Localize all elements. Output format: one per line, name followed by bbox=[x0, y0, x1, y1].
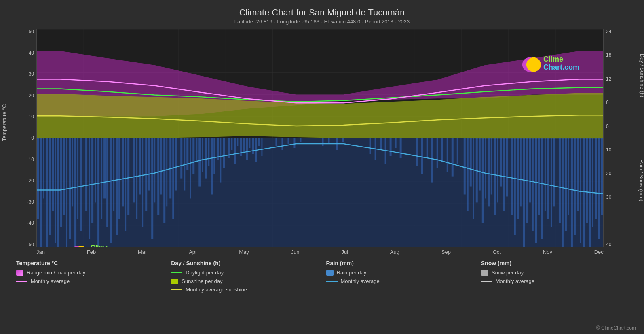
x-axis: Jan Feb Mar Apr May Jun Jul Aug Sep Oct … bbox=[36, 247, 604, 255]
x-label-jul: Jul bbox=[341, 249, 348, 255]
svg-rect-84 bbox=[223, 138, 225, 168]
svg-rect-97 bbox=[275, 138, 277, 146]
svg-rect-120 bbox=[452, 138, 454, 177]
svg-rect-152 bbox=[559, 138, 561, 223]
svg-rect-83 bbox=[220, 138, 221, 183]
svg-rect-114 bbox=[421, 138, 423, 174]
svg-rect-140 bbox=[520, 138, 522, 206]
temp-range-swatch bbox=[16, 270, 23, 276]
svg-rect-78 bbox=[205, 138, 207, 179]
svg-rect-47 bbox=[106, 138, 108, 227]
svg-rect-127 bbox=[479, 138, 481, 191]
y-axis-right: Day / Sunshine (h) Rain / Snow (mm) 24 1… bbox=[604, 29, 636, 247]
legend-item-temp-range: Range min / max per day bbox=[16, 270, 171, 276]
legend-label-rain-avg: Monthly average bbox=[341, 278, 380, 284]
svg-rect-31 bbox=[57, 138, 59, 247]
svg-rect-33 bbox=[63, 138, 65, 215]
svg-rect-37 bbox=[74, 138, 76, 247]
chart-area: Temperature °C 50 40 30 20 10 0 -10 -20 … bbox=[8, 29, 636, 247]
svg-rect-111 bbox=[395, 138, 397, 148]
svg-rect-146 bbox=[538, 138, 540, 215]
legend-label-temp-range: Range min / max per day bbox=[27, 270, 85, 276]
svg-rect-58 bbox=[142, 138, 143, 227]
legend-label-rain-per-day: Rain per day bbox=[337, 270, 367, 276]
svg-rect-99 bbox=[287, 138, 289, 144]
svg-rect-29 bbox=[52, 138, 54, 211]
svg-rect-52 bbox=[122, 138, 124, 206]
svg-rect-161 bbox=[586, 138, 588, 223]
svg-rect-129 bbox=[485, 138, 486, 198]
svg-rect-68 bbox=[172, 138, 174, 219]
legend-label-snow-per-day: Snow per day bbox=[492, 270, 524, 276]
svg-rect-130 bbox=[488, 138, 490, 206]
x-label-mar: Mar bbox=[138, 249, 147, 255]
svg-rect-91 bbox=[246, 138, 248, 160]
legend-header-rain: Rain (mm) bbox=[326, 260, 481, 266]
rain-avg-swatch bbox=[326, 281, 338, 282]
legend-col-temperature: Temperature °C Range min / max per day M… bbox=[16, 260, 171, 295]
legend-col-rain: Rain (mm) Rain per day Monthly average bbox=[326, 260, 481, 295]
legend-item-daylight: Daylight per day bbox=[171, 270, 326, 276]
svg-rect-116 bbox=[431, 138, 433, 183]
legend-item-snow-per-day: Snow per day bbox=[481, 270, 636, 276]
chart-svg: Clime Chart.com Clime Chart.com bbox=[37, 29, 603, 247]
svg-rect-138 bbox=[514, 138, 516, 235]
svg-rect-65 bbox=[163, 138, 165, 223]
x-label-jan: Jan bbox=[36, 249, 45, 255]
svg-rect-39 bbox=[80, 138, 82, 231]
svg-rect-144 bbox=[532, 138, 534, 231]
svg-rect-118 bbox=[441, 138, 443, 162]
right-axis-label-rain: Rain / Snow (mm) bbox=[638, 160, 644, 202]
svg-rect-46 bbox=[103, 138, 106, 198]
svg-rect-128 bbox=[482, 138, 484, 223]
svg-rect-108 bbox=[380, 138, 382, 150]
svg-rect-86 bbox=[231, 138, 232, 150]
svg-rect-25 bbox=[40, 138, 42, 247]
svg-rect-51 bbox=[118, 138, 120, 219]
x-label-feb: Feb bbox=[87, 249, 96, 255]
svg-rect-74 bbox=[192, 138, 194, 174]
svg-rect-88 bbox=[237, 138, 238, 146]
svg-rect-165 bbox=[598, 138, 600, 239]
svg-rect-122 bbox=[464, 138, 466, 194]
rain-swatch bbox=[326, 270, 334, 276]
legend-header-sunshine: Day / Sunshine (h) bbox=[171, 260, 326, 266]
x-label-oct: Oct bbox=[493, 249, 501, 255]
svg-rect-93 bbox=[252, 138, 254, 154]
svg-rect-32 bbox=[60, 138, 62, 227]
svg-rect-121 bbox=[457, 138, 458, 164]
svg-rect-123 bbox=[467, 138, 469, 211]
svg-rect-49 bbox=[113, 138, 114, 211]
x-label-apr: Apr bbox=[189, 249, 197, 255]
title-section: Climate Chart for San Miguel de Tucumán … bbox=[8, 4, 636, 26]
svg-rect-76 bbox=[198, 138, 201, 187]
svg-rect-100 bbox=[293, 138, 295, 148]
legend-item-rain-avg: Monthly average bbox=[326, 278, 481, 284]
svg-rect-113 bbox=[416, 138, 418, 166]
svg-rect-132 bbox=[494, 138, 496, 215]
svg-rect-72 bbox=[186, 138, 188, 170]
legend-item-rain-per-day: Rain per day bbox=[326, 270, 481, 276]
svg-rect-26 bbox=[43, 138, 44, 198]
svg-rect-139 bbox=[517, 138, 519, 219]
svg-rect-155 bbox=[568, 138, 569, 215]
legend-header-snow: Snow (mm) bbox=[481, 260, 636, 266]
legend-item-sunshine: Sunshine per day bbox=[171, 278, 326, 284]
svg-rect-136 bbox=[506, 138, 508, 196]
svg-rect-64 bbox=[160, 138, 162, 194]
daylight-swatch bbox=[171, 272, 182, 273]
svg-rect-41 bbox=[89, 138, 90, 239]
legend-label-daylight: Daylight per day bbox=[186, 270, 224, 276]
legend-col-sunshine: Day / Sunshine (h) Daylight per day Suns… bbox=[171, 260, 326, 295]
sunshine-swatch bbox=[171, 279, 178, 284]
svg-rect-109 bbox=[385, 138, 386, 164]
svg-rect-158 bbox=[577, 138, 579, 211]
x-label-may: May bbox=[239, 249, 249, 255]
svg-rect-148 bbox=[545, 138, 546, 211]
svg-rect-38 bbox=[77, 138, 78, 219]
svg-rect-124 bbox=[470, 138, 472, 187]
svg-rect-149 bbox=[547, 138, 549, 219]
svg-rect-160 bbox=[583, 138, 585, 247]
legend-label-sunshine: Sunshine per day bbox=[182, 278, 222, 284]
svg-rect-115 bbox=[427, 138, 428, 158]
